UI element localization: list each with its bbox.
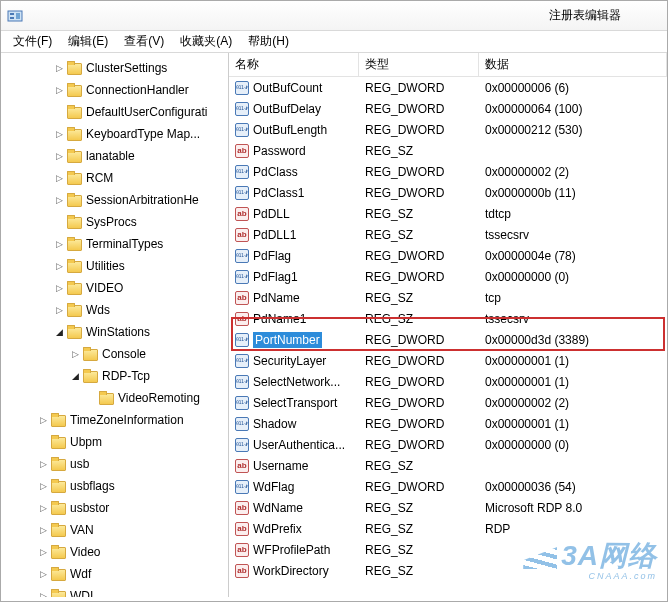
tree-node[interactable]: ▷usb [1,453,228,475]
value-data: 0x00000001 (1) [479,375,667,389]
expander-closed-icon[interactable]: ▷ [37,502,49,514]
tree-node[interactable]: ▷usbstor [1,497,228,519]
tree-node[interactable]: ▷usbflags [1,475,228,497]
menubar: 文件(F) 编辑(E) 查看(V) 收藏夹(A) 帮助(H) [1,31,667,53]
tree-node[interactable]: ▷TerminalTypes [1,233,228,255]
value-row[interactable]: PdClass1REG_DWORD0x0000000b (11) [229,182,667,203]
expander-closed-icon[interactable]: ▷ [53,128,65,140]
menu-edit[interactable]: 编辑(E) [62,31,114,52]
value-type: REG_DWORD [359,123,479,137]
value-row[interactable]: PasswordREG_SZ [229,140,667,161]
expander-closed-icon[interactable]: ▷ [37,414,49,426]
value-row[interactable]: WorkDirectoryREG_SZ [229,560,667,581]
tree-node[interactable]: Ubpm [1,431,228,453]
reg-dword-icon [235,165,249,179]
expander-closed-icon[interactable]: ▷ [37,546,49,558]
value-row[interactable]: WdPrefixREG_SZRDP [229,518,667,539]
tree-panel[interactable]: ▷ClusterSettings▷ConnectionHandlerDefaul… [1,53,229,597]
value-type: REG_DWORD [359,480,479,494]
tree-node[interactable]: ▷WDI [1,585,228,597]
expander-none-icon [85,392,97,404]
tree-node[interactable]: ▷Video [1,541,228,563]
value-row[interactable]: OutBufDelayREG_DWORD0x00000064 (100) [229,98,667,119]
value-row[interactable]: WdNameREG_SZMicrosoft RDP 8.0 [229,497,667,518]
value-row[interactable]: WdFlagREG_DWORD0x00000036 (54) [229,476,667,497]
value-row[interactable]: OutBufLengthREG_DWORD0x00000212 (530) [229,119,667,140]
value-row[interactable]: PdFlag1REG_DWORD0x00000000 (0) [229,266,667,287]
tree-node[interactable]: ▷TimeZoneInformation [1,409,228,431]
expander-closed-icon[interactable]: ▷ [53,282,65,294]
tree-node[interactable]: ▷Wdf [1,563,228,585]
expander-closed-icon[interactable]: ▷ [53,260,65,272]
value-row[interactable]: PdClassREG_DWORD0x00000002 (2) [229,161,667,182]
tree-node[interactable]: ▷ClusterSettings [1,57,228,79]
folder-icon [50,544,66,560]
value-row[interactable]: SelectNetwork...REG_DWORD0x00000001 (1) [229,371,667,392]
value-row[interactable]: ShadowREG_DWORD0x00000001 (1) [229,413,667,434]
expander-closed-icon[interactable]: ▷ [53,62,65,74]
value-row[interactable]: PdNameREG_SZtcp [229,287,667,308]
value-row[interactable]: PdName1REG_SZtssecsrv [229,308,667,329]
expander-closed-icon[interactable]: ▷ [53,172,65,184]
expander-closed-icon[interactable]: ▷ [53,194,65,206]
expander-open-icon[interactable]: ◢ [53,326,65,338]
value-row[interactable]: UsernameREG_SZ [229,455,667,476]
tree-node-label: RCM [86,171,113,185]
value-row[interactable]: OutBufCountREG_DWORD0x00000006 (6) [229,77,667,98]
content-area: ▷ClusterSettings▷ConnectionHandlerDefaul… [1,53,667,597]
tree-node[interactable]: ▷ConnectionHandler [1,79,228,101]
value-row[interactable]: PdDLLREG_SZtdtcp [229,203,667,224]
expander-closed-icon[interactable]: ▷ [69,348,81,360]
value-row[interactable]: PdDLL1REG_SZtssecsrv [229,224,667,245]
tree-node[interactable]: ▷lanatable [1,145,228,167]
value-row[interactable]: UserAuthentica...REG_DWORD0x00000000 (0) [229,434,667,455]
folder-icon [66,324,82,340]
tree-node[interactable]: ◢WinStations [1,321,228,343]
value-name: UserAuthentica... [253,438,345,452]
column-data[interactable]: 数据 [479,53,667,76]
expander-closed-icon[interactable]: ▷ [53,150,65,162]
expander-closed-icon[interactable]: ▷ [37,458,49,470]
tree-node[interactable]: SysProcs [1,211,228,233]
menu-view[interactable]: 查看(V) [118,31,170,52]
column-type[interactable]: 类型 [359,53,479,76]
expander-closed-icon[interactable]: ▷ [37,568,49,580]
value-data: tssecsrv [479,228,667,242]
value-list-panel[interactable]: 名称 类型 数据 OutBufCountREG_DWORD0x00000006 … [229,53,667,597]
value-name-cell: WorkDirectory [229,564,359,578]
value-name-cell: PdFlag1 [229,270,359,284]
reg-sz-icon [235,501,249,515]
tree-node[interactable]: ▷KeyboardType Map... [1,123,228,145]
expander-closed-icon[interactable]: ▷ [53,304,65,316]
value-row[interactable]: PortNumberREG_DWORD0x00000d3d (3389) [229,329,667,350]
expander-closed-icon[interactable]: ▷ [37,524,49,536]
tree-node[interactable]: ▷VIDEO [1,277,228,299]
list-header: 名称 类型 数据 [229,53,667,77]
tree-node[interactable]: ▷Utilities [1,255,228,277]
tree-node[interactable]: ▷RCM [1,167,228,189]
expander-closed-icon[interactable]: ▷ [37,480,49,492]
column-name[interactable]: 名称 [229,53,359,76]
expander-closed-icon[interactable]: ▷ [53,84,65,96]
tree-node[interactable]: ▷Console [1,343,228,365]
tree-node[interactable]: DefaultUserConfigurati [1,101,228,123]
reg-sz-icon [235,312,249,326]
value-row[interactable]: PdFlagREG_DWORD0x0000004e (78) [229,245,667,266]
tree-node[interactable]: ▷Wds [1,299,228,321]
tree-node[interactable]: ▷VAN [1,519,228,541]
expander-none-icon [53,216,65,228]
value-row[interactable]: SelectTransportREG_DWORD0x00000002 (2) [229,392,667,413]
value-name: Shadow [253,417,296,431]
menu-help[interactable]: 帮助(H) [242,31,295,52]
expander-closed-icon[interactable]: ▷ [53,238,65,250]
value-type: REG_SZ [359,459,479,473]
expander-closed-icon[interactable]: ▷ [37,590,49,597]
menu-favorites[interactable]: 收藏夹(A) [174,31,238,52]
tree-node[interactable]: ▷SessionArbitrationHe [1,189,228,211]
value-row[interactable]: WFProfilePathREG_SZ [229,539,667,560]
menu-file[interactable]: 文件(F) [7,31,58,52]
tree-node[interactable]: ◢RDP-Tcp [1,365,228,387]
value-row[interactable]: SecurityLayerREG_DWORD0x00000001 (1) [229,350,667,371]
expander-open-icon[interactable]: ◢ [69,370,81,382]
tree-node[interactable]: VideoRemoting [1,387,228,409]
